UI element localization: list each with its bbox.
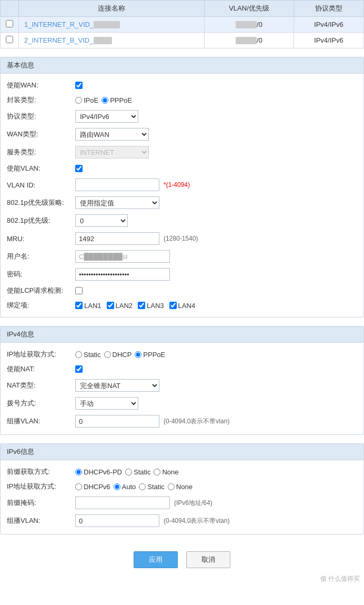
nat-type-label: NAT类型: (7, 381, 75, 390)
row1-checkbox[interactable] (6, 20, 13, 27)
connection-table: 连接名称 VLAN/优先级 协议类型 1_INTERNET_R_VID_ /0 … (0, 0, 364, 48)
ipv6-auto-radio[interactable] (114, 483, 120, 490)
encap-type-row: 封装类型: IPoE PPPoE (7, 93, 357, 107)
ipv6-prefix-mask-input[interactable] (75, 497, 170, 509)
ipv4-multicast-vlan-label: 组播VLAN: (7, 416, 75, 426)
ipv6-multicast-vlan-label: 组播VLAN: (7, 516, 75, 525)
ipv6-dhcpv6-radio[interactable] (75, 483, 82, 490)
protocol-type-row: 协议类型: IPv4/IPv6 IPv4 IPv6 (7, 107, 357, 125)
bind-lan4-label: LAN4 (178, 302, 196, 310)
ipv4-pppoe-radio[interactable] (135, 351, 141, 358)
vlan-priority-label: 802.1p优先级: (7, 216, 75, 225)
row2-name-blurred (94, 37, 112, 44)
ipv6-ip-none-radio[interactable] (168, 483, 175, 490)
mru-label: MRU: (7, 235, 75, 243)
ipv4-dhcp-radio[interactable] (104, 351, 111, 358)
row1-check-cell[interactable] (1, 17, 19, 33)
enable-nat-control (75, 365, 357, 373)
enable-nat-checkbox[interactable] (75, 365, 83, 373)
ipv4-multicast-vlan-row: 组播VLAN: (0-4094,0表示不带vlan) (7, 412, 357, 430)
footer-watermark: 值 什么值得买 (0, 572, 364, 588)
ipv4-obtain-control: Static DHCP PPPoE (75, 351, 357, 359)
encap-type-label: 封装类型: (7, 95, 75, 105)
row2-checkbox[interactable] (6, 36, 13, 43)
ipv4-section: IPv4信息 IP地址获取方式: Static DHCP PPPoE (0, 326, 364, 435)
bind-lan2-checkbox[interactable] (107, 302, 114, 309)
ipv6-dhcpv6pd-radio[interactable] (75, 469, 82, 475)
ipv6-ip-obtain-label: IP地址获取方式: (7, 482, 75, 491)
password-row: 密码: (7, 265, 357, 283)
password-label: 密码: (7, 270, 75, 279)
enable-wan-checkbox[interactable] (75, 82, 83, 89)
ipv4-multicast-vlan-input[interactable] (75, 415, 159, 428)
vlan-priority-policy-control: 使用指定值 从内部包映射 (75, 196, 357, 209)
row1-vlan-blurred (236, 21, 257, 28)
ipv6-header: IPv6信息 (1, 444, 363, 460)
bind-lan3-item: LAN3 (138, 302, 164, 310)
password-input[interactable] (75, 268, 170, 281)
ipv6-multicast-vlan-input[interactable] (75, 514, 159, 527)
vlan-id-control: *(1-4094) (75, 178, 357, 191)
encap-pppoe-radio[interactable] (102, 97, 108, 104)
mru-hint: (1280-1540) (164, 235, 198, 242)
nat-type-control: 完全锥形NAT 限制锥形NAT 端口限制锥形NAT 对称NAT (75, 379, 357, 392)
dial-type-row: 拨号方式: 手动 自动 (7, 394, 357, 412)
vlan-id-input[interactable] (75, 178, 159, 191)
username-control (75, 250, 357, 263)
encap-ipoe-radio[interactable] (75, 97, 82, 104)
enable-lcp-control (75, 287, 357, 294)
ipv4-dhcp-label: DHCP (113, 351, 132, 359)
bind-lan1-label: LAN1 (84, 302, 102, 310)
vlan-priority-select[interactable]: 0 1 2 3 4 5 6 7 (75, 214, 128, 227)
ipv4-static-item: Static (75, 351, 101, 359)
dial-type-select[interactable]: 手动 自动 (75, 397, 138, 410)
wan-type-select[interactable]: 路由WAN 桥WAN (75, 128, 149, 141)
ipv6-prefix-mask-row: 前缀掩码: (IPv6地址/64) (7, 494, 357, 512)
wan-type-row: WAN类型: 路由WAN 桥WAN (7, 125, 357, 143)
ipv6-ip-obtain-row: IP地址获取方式: DHCPv6 Auto Static (7, 479, 357, 494)
password-control (75, 268, 357, 281)
service-type-row: 服务类型: INTERNET (7, 143, 357, 161)
bind-label: 绑定项: (7, 301, 75, 310)
vlan-priority-policy-row: 802.1p优先级策略: 使用指定值 从内部包映射 (7, 194, 357, 212)
row2-check-cell[interactable] (1, 33, 19, 48)
username-input[interactable] (75, 250, 170, 263)
vlan-id-label: VLAN ID: (7, 181, 75, 189)
bind-lan1-checkbox[interactable] (75, 302, 83, 309)
enable-nat-row: 使能NAT: (7, 362, 357, 376)
enable-vlan-checkbox[interactable] (75, 165, 83, 172)
ipv6-prefix-none-radio[interactable] (154, 469, 160, 475)
encap-pppoe-label: PPPoE (110, 96, 132, 104)
service-type-control: INTERNET (75, 146, 357, 158)
cancel-button[interactable]: 取消 (186, 551, 230, 568)
service-type-select[interactable]: INTERNET (75, 146, 149, 158)
enable-vlan-row: 使能VLAN: (7, 161, 357, 176)
col-check (1, 1, 19, 17)
row1-name-blurred (94, 21, 120, 28)
bind-lan3-checkbox[interactable] (138, 302, 145, 309)
ipv6-ip-static-radio[interactable] (139, 483, 146, 490)
mru-input[interactable] (75, 232, 159, 245)
apply-button[interactable]: 应用 (134, 551, 178, 568)
bind-lan4-checkbox[interactable] (169, 302, 177, 309)
bind-control: LAN1 LAN2 LAN3 LAN4 (75, 302, 357, 310)
basic-info-section: 基本信息 使能WAN: 封装类型: IPoE PPPoE (0, 57, 364, 318)
ipv6-prefix-radio-group: DHCPv6-PD Static None (75, 468, 179, 476)
enable-vlan-label: 使能VLAN: (7, 164, 75, 173)
ipv6-multicast-vlan-control: (0-4094,0表示不带vlan) (75, 514, 357, 527)
ipv6-prefix-static-radio[interactable] (125, 469, 132, 475)
protocol-type-select[interactable]: IPv4/IPv6 IPv4 IPv6 (75, 110, 138, 123)
ipv6-ip-none-item: None (168, 483, 193, 491)
vlan-id-row: VLAN ID: *(1-4094) (7, 176, 357, 194)
mru-row: MRU: (1280-1540) (7, 230, 357, 247)
ipv6-ip-obtain-control: DHCPv6 Auto Static None (75, 483, 357, 491)
enable-lcp-checkbox[interactable] (75, 287, 83, 294)
ipv4-static-radio[interactable] (75, 351, 82, 358)
ipv6-auto-item: Auto (114, 483, 136, 491)
bind-row: 绑定项: LAN1 LAN2 LAN3 (7, 298, 357, 313)
vlan-priority-policy-select[interactable]: 使用指定值 从内部包映射 (75, 196, 159, 209)
enable-vlan-control (75, 165, 357, 172)
wan-type-control: 路由WAN 桥WAN (75, 128, 357, 141)
nat-type-select[interactable]: 完全锥形NAT 限制锥形NAT 端口限制锥形NAT 对称NAT (75, 379, 159, 392)
ipv4-pppoe-label: PPPoE (143, 351, 165, 359)
